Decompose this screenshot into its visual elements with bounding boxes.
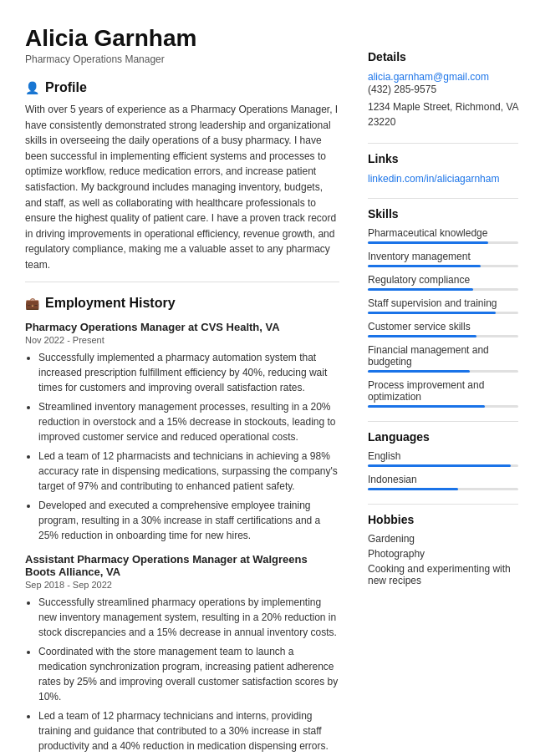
profile-section-title: 👤 Profile (25, 80, 339, 95)
address-text: 1234 Maple Street, Richmond, VA 23220 (368, 100, 518, 129)
skill-bar-fill-2 (368, 288, 473, 291)
skills-title: Skills (368, 207, 518, 221)
job-date-0: Nov 2022 - Present (25, 335, 339, 345)
skill-label-4: Customer service skills (368, 321, 518, 332)
languages-list: EnglishIndonesian (368, 450, 518, 490)
hobbies-title: Hobbies (368, 513, 518, 526)
skill-bar-fill-5 (368, 370, 470, 373)
hobby-item-0: Gardening (368, 533, 518, 545)
lang-label-0: English (368, 450, 518, 462)
job-bullets-0: Successfully implemented a pharmacy auto… (25, 350, 339, 543)
lang-bar-bg-0 (368, 464, 518, 467)
skill-bar-fill-3 (368, 312, 496, 314)
skill-item-3: Staff supervision and training (368, 297, 518, 314)
profile-text: With over 5 years of experience as a Pha… (25, 102, 339, 273)
hobby-item-2: Cooking and experimenting with new recip… (368, 563, 518, 586)
skill-bar-bg-5 (368, 370, 518, 373)
skill-bar-bg-2 (368, 288, 518, 291)
linkedin-link[interactable]: linkedin.com/in/aliciagarnham (368, 173, 499, 185)
skill-label-1: Inventory management (368, 251, 518, 262)
profile-icon: 👤 (25, 81, 39, 94)
languages-section: Languages EnglishIndonesian (368, 430, 518, 490)
lang-item-1: Indonesian (368, 474, 518, 490)
skill-item-4: Customer service skills (368, 321, 518, 337)
bullet-0-1: Streamlined inventory management process… (38, 399, 339, 444)
email-link[interactable]: alicia.garnham@gmail.com (368, 71, 489, 83)
candidate-name: Alicia Garnham (25, 25, 339, 52)
skill-bar-bg-6 (368, 405, 518, 408)
lang-item-0: English (368, 450, 518, 467)
job-title-0: Pharmacy Operations Manager at CVS Healt… (25, 321, 339, 333)
skill-bar-bg-4 (368, 335, 518, 337)
job-date-1: Sep 2018 - Sep 2022 (25, 580, 339, 590)
bullet-0-3: Developed and executed a comprehensive e… (38, 498, 339, 543)
details-title: Details (368, 50, 518, 63)
lang-label-1: Indonesian (368, 474, 518, 485)
languages-title: Languages (368, 430, 518, 444)
skill-label-2: Regulatory compliance (368, 274, 518, 286)
skill-label-3: Staff supervision and training (368, 297, 518, 309)
skill-bar-fill-1 (368, 265, 481, 267)
bullet-1-1: Coordinated with the store management te… (38, 644, 339, 704)
divider-details (368, 143, 518, 144)
phone-text: (432) 285-9575 (368, 83, 518, 97)
skill-item-6: Process improvement and optimization (368, 379, 518, 408)
skill-bar-fill-6 (368, 405, 485, 408)
candidate-subtitle: Pharmacy Operations Manager (25, 53, 339, 65)
links-section: Links linkedin.com/in/aliciagarnham (368, 152, 518, 185)
divider-skills (368, 421, 518, 422)
job-title-1: Assistant Pharmacy Operations Manager at… (25, 553, 339, 578)
hobbies-list: GardeningPhotographyCooking and experime… (368, 533, 518, 586)
skill-bar-bg-3 (368, 312, 518, 314)
divider-profile (25, 282, 339, 282)
hobby-item-1: Photography (368, 548, 518, 560)
skill-bar-fill-0 (368, 241, 488, 244)
divider-links (368, 198, 518, 199)
bullet-1-0: Successfully streamlined pharmacy operat… (38, 595, 339, 640)
lang-bar-fill-0 (368, 464, 511, 467)
lang-bar-bg-1 (368, 488, 518, 490)
bullet-1-2: Led a team of 12 pharmacy technicians an… (38, 708, 339, 753)
bullet-0-0: Successfully implemented a pharmacy auto… (38, 350, 339, 395)
divider-languages (368, 504, 518, 505)
job-item-1: Assistant Pharmacy Operations Manager at… (25, 553, 339, 756)
details-section: Details alicia.garnham@gmail.com (432) 2… (368, 50, 518, 129)
skill-label-6: Process improvement and optimization (368, 379, 518, 403)
skill-bar-fill-4 (368, 335, 476, 337)
lang-bar-fill-1 (368, 488, 458, 490)
employment-icon: 💼 (25, 297, 39, 310)
skill-item-2: Regulatory compliance (368, 274, 518, 291)
skill-label-5: Financial management and budgeting (368, 344, 518, 368)
jobs-list: Pharmacy Operations Manager at CVS Healt… (25, 321, 339, 756)
job-bullets-1: Successfully streamlined pharmacy operat… (25, 595, 339, 756)
skill-item-1: Inventory management (368, 251, 518, 267)
skill-label-0: Pharmaceutical knowledge (368, 227, 518, 239)
skill-bar-bg-1 (368, 265, 518, 267)
employment-section-title: 💼 Employment History (25, 296, 339, 311)
bullet-0-2: Led a team of 12 pharmacists and technic… (38, 449, 339, 494)
hobbies-section: Hobbies GardeningPhotographyCooking and … (368, 513, 518, 586)
skill-bar-bg-0 (368, 241, 518, 244)
skill-item-0: Pharmaceutical knowledge (368, 227, 518, 244)
skill-item-5: Financial management and budgeting (368, 344, 518, 373)
job-item-0: Pharmacy Operations Manager at CVS Healt… (25, 321, 339, 543)
links-title: Links (368, 152, 518, 165)
skills-list: Pharmaceutical knowledgeInventory manage… (368, 227, 518, 408)
skills-section: Skills Pharmaceutical knowledgeInventory… (368, 207, 518, 408)
